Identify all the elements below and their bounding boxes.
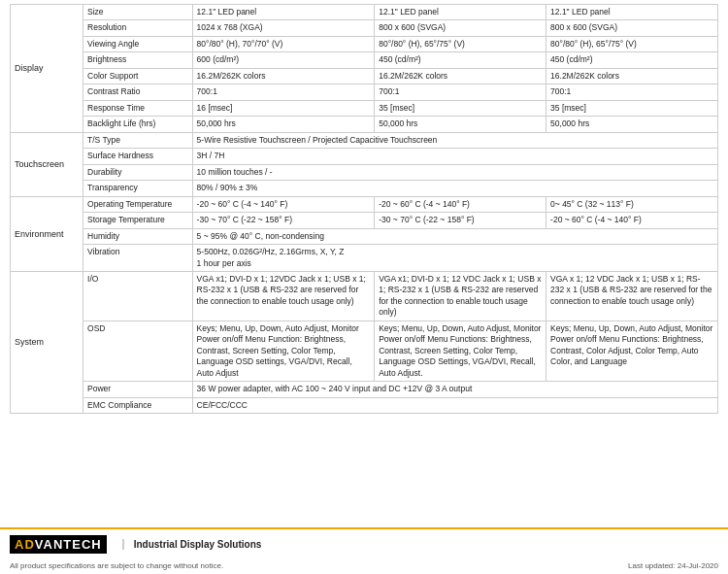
row-value-span: 5 ~ 95% @ 40° C, non-condensing — [192, 228, 717, 244]
row-value: 16 [msec] — [192, 100, 375, 116]
row-value: 0~ 45° C (32 ~ 113° F) — [546, 196, 718, 212]
row-value: 12.1" LED panel — [192, 5, 375, 20]
row-value: 16.2M/262K colors — [546, 68, 718, 84]
table-row: Humidity5 ~ 95% @ 40° C, non-condensing — [11, 228, 718, 244]
table-row: Brightness600 (cd/m²)450 (cd/m²)450 (cd/… — [11, 52, 718, 68]
row-value: Keys; Menu, Up, Down, Auto Adjust, Monit… — [546, 321, 718, 381]
row-value: 35 [msec] — [546, 100, 718, 116]
table-row: Resolution1024 x 768 (XGA)800 x 600 (SVG… — [11, 20, 718, 36]
row-label: I/O — [83, 271, 193, 321]
row-label: Backlight Life (hrs) — [83, 117, 193, 132]
table-row: Viewing Angle80°/80° (H), 70°/70° (V)80°… — [11, 36, 718, 51]
row-label: Power — [83, 382, 193, 397]
row-label: Operating Temperature — [83, 196, 193, 212]
disclaimer: All product specifications are subject t… — [10, 561, 223, 570]
table-row: Durability10 million touches / - — [11, 164, 718, 180]
table-row: EMC ComplianceCE/FCC/CCC — [11, 397, 718, 413]
table-row: Color Support16.2M/262K colors16.2M/262K… — [11, 68, 718, 84]
table-row: TouchscreenT/S Type5-Wire Resistive Touc… — [11, 132, 718, 148]
row-value-span: 3H / 7H — [192, 149, 717, 164]
row-label: Resolution — [83, 20, 193, 36]
category-cell: Touchscreen — [11, 132, 83, 196]
row-value: 50,000 hrs — [375, 117, 546, 132]
row-label: Brightness — [83, 52, 193, 68]
row-value: VGA x1; DVI-D x 1; 12 VDC Jack x 1; USB … — [375, 271, 546, 321]
row-value: 1024 x 768 (XGA) — [192, 20, 375, 36]
row-value-span: 5-500Hz, 0.026G²/Hz, 2.16Grms, X, Y, Z 1… — [192, 245, 717, 272]
row-value: VGA x 1; 12 VDC Jack x 1; USB x 1; RS-23… — [546, 271, 718, 321]
last-updated: Last updated: 24-Jul-2020 — [628, 561, 718, 570]
table-row: EnvironmentOperating Temperature-20 ~ 60… — [11, 196, 718, 212]
row-value: 700:1 — [546, 84, 718, 100]
table-row: SystemI/OVGA x1; DVI-D x 1; 12VDC Jack x… — [11, 271, 718, 321]
row-label: Viewing Angle — [83, 36, 193, 51]
row-value: 450 (cd/m²) — [546, 52, 718, 68]
row-value: 800 x 600 (SVGA) — [375, 20, 546, 36]
row-value-span: 80% / 90% ± 3% — [192, 181, 717, 196]
table-row: Surface Hardness3H / 7H — [11, 149, 718, 164]
row-value-span: 36 W power adapter, with AC 100 ~ 240 V … — [192, 382, 717, 397]
page-wrapper: DisplaySize12.1" LED panel12.1" LED pane… — [0, 0, 728, 574]
row-label: Storage Temperature — [83, 213, 193, 228]
row-value-span: 5-Wire Resistive Touchscreen / Projected… — [192, 132, 717, 148]
category-cell: Environment — [11, 196, 83, 271]
category-cell: Display — [11, 5, 83, 133]
footer-logo: ADVANTECH — [10, 535, 109, 554]
row-value: -30 ~ 70° C (-22 ~ 158° F) — [192, 213, 375, 228]
table-row: OSDKeys; Menu, Up, Down, Auto Adjust, Mo… — [11, 321, 718, 381]
table-row: Contrast Ratio700:1700:1700:1 — [11, 84, 718, 100]
row-label: Surface Hardness — [83, 149, 193, 164]
category-cell: System — [11, 271, 83, 413]
spec-table-section: DisplaySize12.1" LED panel12.1" LED pane… — [0, 0, 728, 527]
row-value: -20 ~ 60° C (-4 ~ 140° F) — [375, 196, 546, 212]
row-value: 700:1 — [375, 84, 546, 100]
table-row: DisplaySize12.1" LED panel12.1" LED pane… — [11, 5, 718, 20]
table-row: Storage Temperature-30 ~ 70° C (-22 ~ 15… — [11, 213, 718, 228]
row-value: 800 x 600 (SVGA) — [546, 20, 718, 36]
row-value: Keys; Menu, Up, Down, Auto Adjust, Monit… — [375, 321, 546, 381]
footer-tagline: Industrial Display Solutions — [122, 539, 262, 550]
row-value: -30 ~ 70° C (-22 ~ 158° F) — [375, 213, 546, 228]
row-label: T/S Type — [83, 132, 193, 148]
row-value: 35 [msec] — [375, 100, 546, 116]
row-label: Transparency — [83, 181, 193, 196]
table-row: Transparency80% / 90% ± 3% — [11, 181, 718, 196]
row-label: Humidity — [83, 228, 193, 244]
row-value: 12.1" LED panel — [546, 5, 718, 20]
footer: ADVANTECH Industrial Display Solutions — [0, 527, 728, 559]
row-value-span: 10 million touches / - — [192, 164, 717, 180]
row-value: 16.2M/262K colors — [192, 68, 375, 84]
row-label: Contrast Ratio — [83, 84, 193, 100]
row-value: VGA x1; DVI-D x 1; 12VDC Jack x 1; USB x… — [192, 271, 375, 321]
row-value: 600 (cd/m²) — [192, 52, 375, 68]
logo-box: ADVANTECH — [10, 535, 107, 554]
logo-adv: AD — [15, 537, 35, 552]
row-label: OSD — [83, 321, 193, 381]
table-row: Vibration5-500Hz, 0.026G²/Hz, 2.16Grms, … — [11, 245, 718, 272]
row-value: Keys; Menu, Up, Down, Auto Adjust, Monit… — [192, 321, 375, 381]
logo-tech: VANTECH — [35, 537, 102, 552]
table-row: Backlight Life (hrs)50,000 hrs50,000 hrs… — [11, 117, 718, 132]
row-value: 12.1" LED panel — [375, 5, 546, 20]
row-value-span: CE/FCC/CCC — [192, 397, 717, 413]
row-value: -20 ~ 60° C (-4 ~ 140° F) — [546, 213, 718, 228]
row-value: 80°/80° (H), 65°/75° (V) — [375, 36, 546, 51]
row-label: Vibration — [83, 245, 193, 272]
row-label: Color Support — [83, 68, 193, 84]
row-label: Response Time — [83, 100, 193, 116]
spec-table: DisplaySize12.1" LED panel12.1" LED pane… — [10, 4, 718, 414]
row-label: Durability — [83, 164, 193, 180]
row-value: 50,000 hrs — [546, 117, 718, 132]
row-value: 16.2M/262K colors — [375, 68, 546, 84]
row-value: 700:1 — [192, 84, 375, 100]
row-value: 80°/80° (H), 70°/70° (V) — [192, 36, 375, 51]
row-value: 80°/80° (H), 65°/75° (V) — [546, 36, 718, 51]
table-row: Power36 W power adapter, with AC 100 ~ 2… — [11, 382, 718, 397]
row-value: -20 ~ 60° C (-4 ~ 140° F) — [192, 196, 375, 212]
row-value: 450 (cd/m²) — [375, 52, 546, 68]
row-label: EMC Compliance — [83, 397, 193, 413]
row-value: 50,000 hrs — [192, 117, 375, 132]
table-row: Response Time16 [msec]35 [msec]35 [msec] — [11, 100, 718, 116]
footer-bottom: All product specifications are subject t… — [0, 559, 728, 574]
row-label: Size — [83, 5, 193, 20]
